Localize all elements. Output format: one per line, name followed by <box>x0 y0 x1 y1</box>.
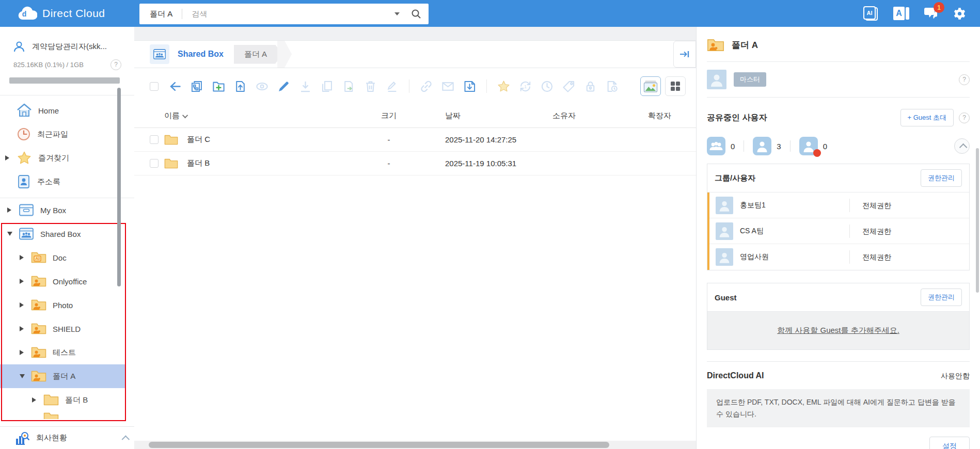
member-permission: 전체권한 <box>849 224 969 238</box>
copy-to-box-icon[interactable] <box>190 79 204 93</box>
collapse-caret-icon[interactable] <box>20 374 31 378</box>
permission-row[interactable]: 홍보팀1 전체권한 <box>709 193 969 218</box>
file-name[interactable]: 폴더 B <box>187 158 355 168</box>
search-scope-value[interactable]: 폴더 A <box>150 9 172 19</box>
search-bar[interactable]: 폴더 A 검색 <box>139 4 429 24</box>
permission-manage-button[interactable]: 권한관리 <box>921 169 962 187</box>
mail-icon[interactable] <box>441 79 455 93</box>
receive-file-icon[interactable] <box>463 79 477 93</box>
sidebar-item-test[interactable]: 테스트 <box>0 341 134 364</box>
translate-icon[interactable]: A <box>893 7 909 20</box>
expand-caret-icon[interactable] <box>20 302 31 308</box>
grid-view-button[interactable] <box>665 76 686 96</box>
column-header-name[interactable]: 이름 <box>164 111 355 121</box>
move-icon[interactable] <box>342 79 356 93</box>
favorite-star-icon[interactable] <box>497 79 511 93</box>
preview-eye-icon[interactable] <box>255 79 269 93</box>
version-icon[interactable]: 1 <box>518 79 532 93</box>
sidebar-item-doc[interactable]: AI Doc <box>0 246 134 269</box>
collapse-caret-icon[interactable] <box>7 232 19 236</box>
expand-caret-icon[interactable] <box>5 155 17 161</box>
sidebar-item-folder-b[interactable]: 폴더 B <box>0 388 134 412</box>
sidebar-item-recent-files[interactable]: 최근파일 <box>0 122 134 146</box>
settings-gear-icon[interactable] <box>953 7 967 21</box>
sidebar-item-company-status[interactable]: 회사현황 <box>0 426 134 449</box>
collapse-chevron-icon[interactable] <box>122 436 130 444</box>
breadcrumb-current[interactable]: 폴더 A <box>234 45 282 64</box>
sidebar-scrollbar[interactable] <box>117 88 121 286</box>
row-checkbox[interactable] <box>150 159 159 168</box>
sidebar-item-address-book[interactable]: 주소록 <box>0 170 134 194</box>
delete-trash-icon[interactable] <box>363 79 377 93</box>
sidebar-item-sharedbox[interactable]: Shared Box <box>0 222 134 246</box>
ai-document-icon[interactable]: AI <box>863 6 879 21</box>
help-icon[interactable]: ? <box>959 74 970 85</box>
help-icon[interactable]: ? <box>959 113 970 123</box>
notifications-icon[interactable]: 1 <box>924 7 938 20</box>
table-row[interactable]: 폴더 B - 2025-11-19 10:05:31 <box>134 152 696 175</box>
folder-icon <box>43 394 59 406</box>
download-icon[interactable] <box>298 79 312 93</box>
lock-icon[interactable] <box>583 79 597 93</box>
storage-help-icon[interactable]: ? <box>110 59 121 70</box>
sidebar-item-folder-a[interactable]: 폴더 A <box>0 364 126 388</box>
breadcrumb-root[interactable]: Shared Box <box>178 50 224 59</box>
sidebar-item-home[interactable]: Home <box>0 99 134 122</box>
section-collapse-button[interactable] <box>954 138 970 154</box>
link-icon[interactable] <box>419 79 433 93</box>
new-folder-icon[interactable] <box>212 79 226 93</box>
search-button[interactable] <box>411 9 421 19</box>
sidebar-item-onlyoffice[interactable]: Onlyoffice <box>0 269 134 293</box>
back-icon[interactable] <box>168 79 182 93</box>
file-name[interactable]: 폴더 C <box>187 135 355 145</box>
column-header-date[interactable]: 날짜 <box>422 111 552 121</box>
ai-settings-button[interactable]: 설정 <box>929 437 970 449</box>
expand-caret-icon[interactable] <box>32 397 43 403</box>
permission-row[interactable]: CS A팀 전체권한 <box>709 218 969 244</box>
search-input[interactable]: 검색 <box>192 9 394 19</box>
divider <box>182 9 182 19</box>
image-view-button[interactable] <box>640 76 661 96</box>
row-checkbox[interactable] <box>150 135 159 144</box>
shared-folder-icon <box>31 370 46 382</box>
column-header-size[interactable]: 크기 <box>355 111 422 121</box>
expand-caret-icon[interactable] <box>20 350 31 355</box>
file-history-icon[interactable] <box>605 79 619 93</box>
user-account[interactable]: 계약담당관리자(skk... <box>0 27 134 56</box>
column-header-ext[interactable]: 확장자 <box>648 111 696 121</box>
folder-icon <box>164 158 187 169</box>
horizontal-scrollbar-thumb[interactable] <box>149 442 609 448</box>
member-permission: 전체권한 <box>849 250 969 264</box>
sidebar-item-photo[interactable]: Photo <box>0 293 134 317</box>
divider <box>744 140 744 152</box>
panel-collapse-button[interactable] <box>673 41 696 68</box>
ai-status: 사용안함 <box>941 372 970 381</box>
sidebar-item-shield[interactable]: SHIELD <box>0 317 134 341</box>
guest-permission-manage-button[interactable]: 권한관리 <box>921 288 962 306</box>
sidebar-tree: My Box Shared Box AI Doc <box>0 198 134 419</box>
tag-icon[interactable] <box>562 79 576 93</box>
select-all-checkbox[interactable] <box>150 82 159 91</box>
table-row[interactable]: 폴더 C - 2025-11-20 14:27:25 <box>134 128 696 152</box>
divider <box>0 95 134 95</box>
permission-row[interactable]: 영업사원 전체권한 <box>709 244 969 270</box>
directcloud-logo[interactable]: d Direct Cloud <box>18 6 105 21</box>
sign-icon[interactable] <box>385 79 399 93</box>
expand-caret-icon[interactable] <box>20 255 31 260</box>
history-clock-icon[interactable] <box>540 79 554 93</box>
shared-folder-icon <box>31 299 46 311</box>
guest-invite-button[interactable]: + Guest 초대 <box>900 109 954 126</box>
expand-caret-icon[interactable] <box>20 279 31 284</box>
sidebar-item-mybox[interactable]: My Box <box>0 198 134 222</box>
column-header-owner[interactable]: 소유자 <box>552 111 648 121</box>
directcloud-ai-section: DirectCloud AI 사용안함 업로드한 PDF, TXT, DOCX,… <box>707 361 970 449</box>
expand-caret-icon[interactable] <box>7 207 19 213</box>
add-guest-link[interactable]: 함께 사용할 Guest를 추가해주세요. <box>777 326 899 334</box>
copy-icon[interactable] <box>320 79 334 93</box>
upload-icon[interactable] <box>233 79 247 93</box>
expand-caret-icon[interactable] <box>20 326 31 331</box>
edit-pencil-icon[interactable] <box>277 79 291 93</box>
search-scope-caret-icon[interactable] <box>394 12 400 15</box>
panel-scrollbar[interactable] <box>976 148 979 293</box>
sidebar-item-favorites[interactable]: 즐겨찾기 <box>0 146 134 170</box>
